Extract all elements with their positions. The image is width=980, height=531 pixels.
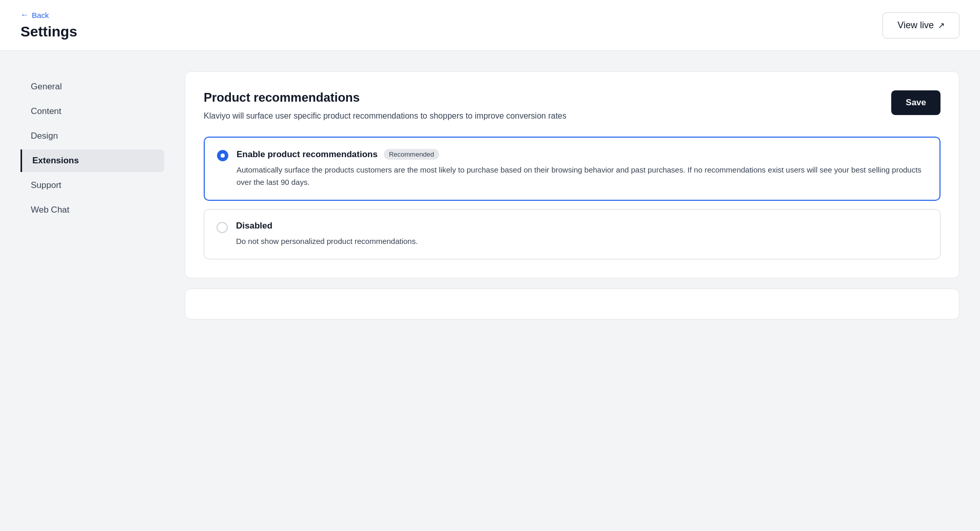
card-description: Klaviyo will surface user specific produ… xyxy=(204,110,624,122)
header-left: ← Back Settings xyxy=(21,10,77,40)
card-header: Product recommendations Klaviyo will sur… xyxy=(204,90,940,122)
option-disabled[interactable]: Disabled Do not show personalized produc… xyxy=(204,209,940,259)
back-label: Back xyxy=(32,11,49,20)
product-recommendations-card: Product recommendations Klaviyo will sur… xyxy=(185,71,959,278)
option-enable-title-row: Enable product recommendations Recommend… xyxy=(237,149,927,160)
option-disabled-title: Disabled xyxy=(236,221,272,231)
view-live-button[interactable]: View live ↗ xyxy=(883,12,959,39)
recommended-badge: Recommended xyxy=(384,149,439,160)
partial-card xyxy=(185,289,959,319)
view-live-label: View live xyxy=(897,20,934,31)
sidebar-item-extensions[interactable]: Extensions xyxy=(21,149,164,172)
option-enable-description: Automatically surface the products custo… xyxy=(237,164,927,188)
radio-disabled xyxy=(217,222,228,233)
external-link-icon: ↗ xyxy=(938,21,945,30)
options-list: Enable product recommendations Recommend… xyxy=(204,137,940,259)
radio-enable xyxy=(217,150,228,161)
back-link[interactable]: ← Back xyxy=(21,10,77,20)
option-enable-title: Enable product recommendations xyxy=(237,149,378,160)
option-disabled-content: Disabled Do not show personalized produc… xyxy=(236,221,928,248)
option-enable[interactable]: Enable product recommendations Recommend… xyxy=(204,137,940,201)
sidebar-item-design[interactable]: Design xyxy=(21,125,164,147)
sidebar-item-web-chat[interactable]: Web Chat xyxy=(21,199,164,221)
option-disabled-title-row: Disabled xyxy=(236,221,928,231)
sidebar-item-support[interactable]: Support xyxy=(21,174,164,197)
sidebar-item-content[interactable]: Content xyxy=(21,100,164,123)
main-layout: General Content Design Extensions Suppor… xyxy=(0,51,980,340)
page-header: ← Back Settings View live ↗ xyxy=(0,0,980,51)
card-title: Product recommendations xyxy=(204,90,879,105)
sidebar: General Content Design Extensions Suppor… xyxy=(21,71,164,319)
sidebar-item-general[interactable]: General xyxy=(21,75,164,98)
page-title: Settings xyxy=(21,24,77,40)
card-title-section: Product recommendations Klaviyo will sur… xyxy=(204,90,879,122)
save-button[interactable]: Save xyxy=(891,90,940,115)
back-arrow-icon: ← xyxy=(21,10,29,20)
option-enable-content: Enable product recommendations Recommend… xyxy=(237,149,927,188)
option-disabled-description: Do not show personalized product recomme… xyxy=(236,235,928,248)
content-area: Product recommendations Klaviyo will sur… xyxy=(185,71,959,319)
